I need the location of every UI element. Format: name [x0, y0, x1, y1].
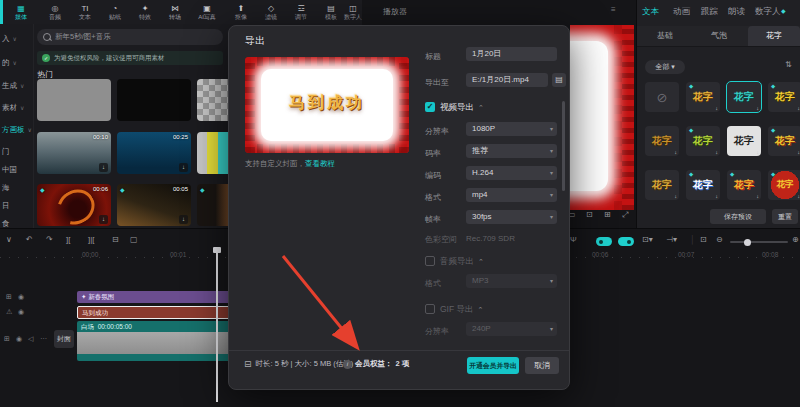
media-thumb-white-field[interactable]: [37, 79, 111, 121]
collapse-panel-icon[interactable]: ≡: [611, 5, 616, 14]
path-field-input[interactable]: E:/1月20日.mp4: [466, 73, 548, 87]
lock-icon[interactable]: ⊞: [6, 293, 12, 301]
media-thumb-ocean[interactable]: 00:10 ↓: [37, 132, 111, 174]
huazi-item[interactable]: ◆花字↓: [686, 82, 720, 112]
split-left-icon[interactable]: ]|[: [88, 235, 95, 244]
bitrate-dropdown[interactable]: 推荐▾: [466, 144, 557, 158]
toolbar-item-adjust[interactable]: ☲调节: [286, 1, 316, 23]
member-benefits-info[interactable]: i 会员权益： 2 项: [343, 359, 409, 369]
title-field-input[interactable]: 1月20日: [466, 47, 557, 61]
codec-dropdown[interactable]: H.264▾: [466, 166, 557, 180]
preview-quality-icon[interactable]: ⊡: [586, 210, 593, 219]
media-thumb-underwater[interactable]: 00:25 ↓: [117, 132, 191, 174]
huazi-item[interactable]: ◆花字↓: [686, 126, 720, 156]
mute-icon[interactable]: ◁: [28, 335, 33, 343]
view-tutorial-link[interactable]: 查看教程: [305, 159, 335, 168]
format-dropdown[interactable]: mp4▾: [466, 188, 557, 202]
huazi-item[interactable]: 花字↓: [645, 126, 679, 156]
huazi-item[interactable]: ◆花字↓: [727, 170, 761, 200]
subtab-bubble[interactable]: 气泡: [711, 30, 727, 41]
zoom-out-icon[interactable]: ⊖: [716, 235, 723, 244]
cover-button[interactable]: 封面: [54, 330, 74, 348]
huazi-item[interactable]: ◆花字↓: [768, 170, 800, 200]
zoom-in-icon[interactable]: ⊕: [792, 235, 799, 244]
delete-icon[interactable]: ⊟: [112, 235, 119, 244]
huazi-item[interactable]: 花字↓: [645, 170, 679, 200]
filter-all-dropdown[interactable]: 全部 ▾: [645, 60, 685, 74]
huazi-item-selected[interactable]: 花字↓: [727, 82, 761, 112]
media-thumb-coral[interactable]: ◆ 00:05 ↓: [117, 184, 191, 226]
sidebar-item-festival[interactable]: 日: [2, 201, 10, 211]
toolbar-item-transition[interactable]: ⋈转场: [160, 1, 190, 23]
undo-icon[interactable]: ↶: [26, 235, 33, 244]
timeline-preview-icon[interactable]: ⊡: [700, 235, 707, 244]
link-toggle[interactable]: [618, 237, 634, 246]
redo-icon[interactable]: ↷: [46, 235, 53, 244]
resolution-dropdown[interactable]: 1080P▾: [466, 122, 557, 136]
subscribe-and-export-button[interactable]: 开通会员并导出: [467, 357, 519, 374]
download-icon[interactable]: ↓: [99, 163, 108, 172]
sort-icon[interactable]: ⇅: [785, 60, 792, 69]
toolbar-item-text[interactable]: TI文本: [70, 1, 100, 23]
track-height-dropdown[interactable]: ⊣▾: [666, 235, 677, 244]
toolbar-item-audio[interactable]: ◎音频: [40, 1, 70, 23]
media-thumb-black-field[interactable]: [117, 79, 191, 121]
preview-axis-dropdown[interactable]: ⊡▾: [642, 235, 653, 244]
freeze-frame-icon[interactable]: ▢: [130, 235, 138, 244]
toolbar-item-filter[interactable]: ◇滤镜: [256, 1, 286, 23]
toolbar-item-cutout[interactable]: ⬆抠像: [226, 1, 256, 23]
warning-icon[interactable]: ⚠: [6, 308, 12, 316]
framerate-dropdown[interactable]: 30fps▾: [466, 210, 557, 224]
magnet-snap-toggle[interactable]: [596, 237, 612, 246]
tab-tracking[interactable]: 跟踪: [701, 6, 718, 18]
toolbar-item-digital-human[interactable]: ◫数字人: [344, 1, 362, 23]
playhead[interactable]: [216, 247, 218, 402]
player-canvas[interactable]: [570, 25, 634, 210]
toolbar-item-media[interactable]: ▦媒体: [6, 1, 36, 23]
audio-export-checkbox[interactable]: [425, 256, 435, 266]
dialog-scrollbar[interactable]: [562, 101, 565, 191]
gif-export-checkbox[interactable]: [425, 304, 435, 314]
huazi-item[interactable]: ◆花字↓: [768, 126, 800, 156]
toolbar-item-effect[interactable]: ✦特效: [130, 1, 160, 23]
zoom-slider-handle[interactable]: [744, 239, 751, 246]
huazi-item-none[interactable]: ⊘: [645, 82, 679, 112]
sidebar-item-ai-generate[interactable]: 生成∨: [2, 81, 24, 91]
eye-icon[interactable]: ◉: [18, 308, 24, 316]
sidebar-item-hot[interactable]: 门: [2, 147, 10, 157]
sidebar-item-commercial[interactable]: 的∨: [2, 58, 17, 68]
chevron-down-icon[interactable]: ∨: [6, 235, 12, 244]
folder-browse-button[interactable]: ▤: [552, 73, 566, 87]
cancel-button[interactable]: 取消: [525, 357, 559, 374]
sidebar-item-sea[interactable]: 海: [2, 183, 10, 193]
tab-reading[interactable]: 朗读: [728, 6, 745, 18]
timeline-zoom-slider[interactable]: [730, 241, 788, 243]
toolbar-item-template[interactable]: ▤模板: [316, 1, 346, 23]
sidebar-item-board[interactable]: 方画板∨: [2, 125, 32, 135]
eye-icon[interactable]: ◉: [16, 335, 22, 343]
subtab-huazi[interactable]: 花字: [766, 30, 782, 41]
reset-button[interactable]: 重置: [772, 209, 798, 224]
tab-digital-human[interactable]: 数字人: [755, 6, 781, 18]
fullscreen-icon[interactable]: ⤢: [622, 210, 628, 220]
split-icon[interactable]: ][: [66, 235, 70, 244]
huazi-item[interactable]: ◆花字↓: [768, 82, 800, 112]
download-icon[interactable]: ↓: [179, 163, 188, 172]
huazi-item[interactable]: 花字↓: [727, 126, 761, 156]
download-icon[interactable]: ↓: [99, 215, 108, 224]
tab-text[interactable]: 文本: [642, 6, 659, 18]
grid-icon[interactable]: ⊞: [604, 210, 611, 219]
sidebar-item-import[interactable]: 入∨: [2, 34, 17, 44]
subtab-basic[interactable]: 基础: [657, 30, 673, 41]
download-icon[interactable]: ↓: [179, 215, 188, 224]
huazi-item[interactable]: ◆花字↓: [686, 170, 720, 200]
lock-icon[interactable]: ⊞: [4, 335, 10, 343]
record-voiceover-icon[interactable]: Ψ: [570, 235, 577, 244]
more-icon[interactable]: ⋯: [40, 335, 47, 343]
sidebar-item-material[interactable]: 素材∨: [2, 103, 24, 113]
save-preset-button[interactable]: 保存预设: [710, 209, 766, 224]
video-export-checkbox[interactable]: ✓: [425, 102, 435, 112]
toolbar-item-sticker[interactable]: ◔贴纸: [100, 1, 130, 23]
eye-icon[interactable]: ◉: [18, 293, 24, 301]
tab-animation[interactable]: 动画: [673, 6, 690, 18]
